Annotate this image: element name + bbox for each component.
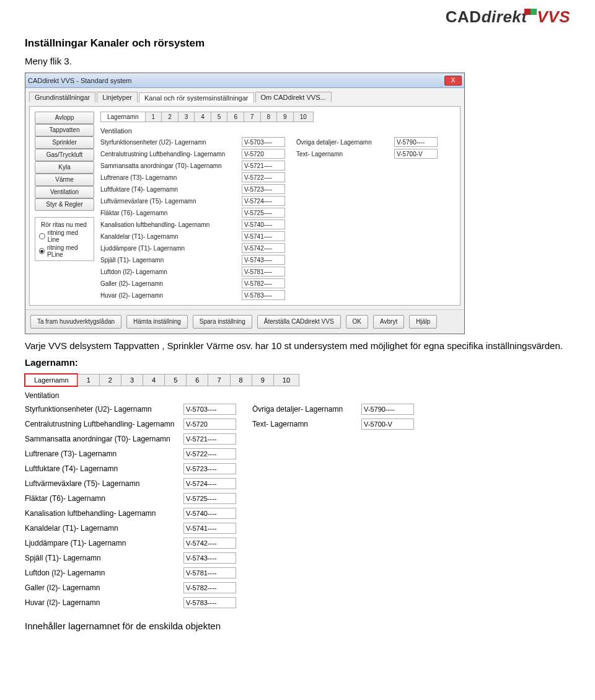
sub-tab[interactable]: 10 <box>273 374 299 386</box>
sub-tab[interactable]: 2 <box>99 374 121 386</box>
radio-option[interactable]: ritning med Line <box>39 229 90 243</box>
dialog-button[interactable]: Hämta inställning <box>126 315 188 329</box>
field-value[interactable]: V-5790---- <box>394 137 438 147</box>
field-value[interactable]: V-5783---- <box>183 597 236 608</box>
sub-tab[interactable]: 1 <box>77 374 99 386</box>
outer-tab[interactable]: Grundinställningar <box>29 92 95 102</box>
field-value[interactable]: V-5723---- <box>183 463 236 474</box>
sub-tab[interactable]: 9 <box>252 374 273 386</box>
outer-tab[interactable]: Linjetyper <box>97 92 138 102</box>
field-label: Kanalisation luftbehandling- Lagernamn <box>100 221 231 228</box>
field-label: Styrfunktionsenheter (U2)- Lagernamn <box>25 405 167 414</box>
field-value[interactable]: V-5741---- <box>183 523 236 534</box>
radio-option[interactable]: ritning med PLine <box>39 244 90 258</box>
field-label: Kanaldelar (T1)- Lagernamn <box>100 233 231 240</box>
side-button[interactable]: Värme <box>35 174 94 186</box>
sub-tab[interactable]: 3 <box>121 374 143 386</box>
close-icon[interactable]: X <box>444 76 462 86</box>
field-value[interactable]: V-5721---- <box>242 161 285 171</box>
dialog-button[interactable]: Spara inställning <box>193 315 252 329</box>
sub-tab[interactable]: 2 <box>161 112 178 122</box>
dialog-button[interactable]: Hjälp <box>409 315 437 329</box>
field-label: Övriga detaljer- Lagernamn <box>296 139 383 146</box>
logo-direkt: direkt <box>482 7 527 26</box>
field-value[interactable]: V-5740---- <box>242 219 285 229</box>
field-value[interactable]: V-5725---- <box>242 208 285 218</box>
side-button[interactable]: Kyla <box>35 161 94 174</box>
sub-tab[interactable]: 10 <box>293 112 314 122</box>
field-value[interactable]: V-5781---- <box>183 567 236 578</box>
field-value[interactable]: V-5724---- <box>183 478 236 489</box>
sub-tab[interactable]: Lagernamn <box>100 112 145 122</box>
outer-tab[interactable]: Kanal och rör systemsinställningar <box>139 92 254 103</box>
sub-tab[interactable]: 8 <box>260 112 277 122</box>
field-label: Fläktar (T6)- Lagernamn <box>100 210 231 216</box>
sub-tab[interactable]: 8 <box>230 374 252 386</box>
field-label: Kanaldelar (T1)- Lagernamn <box>25 524 167 533</box>
field-value[interactable]: V-5721---- <box>183 433 236 445</box>
sub-tab[interactable]: 4 <box>143 374 164 386</box>
field-label: Text- Lagernamn <box>252 420 345 428</box>
field-value[interactable]: V-5703---- <box>242 137 285 147</box>
field-value[interactable]: V-5722---- <box>242 172 285 182</box>
field-value[interactable]: V-5790---- <box>361 404 414 415</box>
bottom-button-row: Ta fram huvudverktygslådanHämta inställn… <box>25 309 464 334</box>
field-value[interactable]: V-5725---- <box>183 493 236 504</box>
sub-tab[interactable]: 5 <box>211 112 227 122</box>
field-value[interactable]: V-5720 <box>242 149 285 159</box>
field-label: Luftrenare (T3)- Lagernamn <box>25 450 167 458</box>
field-value[interactable]: V-5740---- <box>183 508 236 519</box>
field-value[interactable]: V-5783---- <box>242 290 285 300</box>
side-button[interactable]: Tappvatten <box>35 124 94 136</box>
field-value[interactable]: V-5700-V <box>394 149 438 159</box>
sub-tab[interactable]: 4 <box>194 112 211 122</box>
side-button[interactable]: Styr & Regler <box>35 198 94 211</box>
field-value[interactable]: V-5782---- <box>242 278 285 288</box>
field-label: Spjäll (T1)- Lagernamn <box>100 257 231 264</box>
sub-tab[interactable]: 3 <box>178 112 195 122</box>
field-label: Centralutrustning Luftbehandling- Lagern… <box>25 420 167 428</box>
field-label: Luftdon (I2)- Lagernamn <box>100 268 231 275</box>
field-value[interactable]: V-5742---- <box>183 538 236 549</box>
field-value[interactable]: V-5742---- <box>242 243 285 253</box>
field-value[interactable]: V-5781---- <box>242 267 285 277</box>
field-value[interactable]: V-5720 <box>183 419 236 430</box>
field-value[interactable]: V-5722---- <box>183 448 236 459</box>
side-button[interactable]: Sprinkler <box>35 136 94 149</box>
sub-tab[interactable]: 9 <box>276 112 293 122</box>
side-button[interactable]: Ventilation <box>35 186 94 198</box>
logo-vvs: VVS <box>537 7 570 26</box>
field-label: Luftrenare (T3)- Lagernamn <box>100 174 231 181</box>
outer-tab[interactable]: Om CADdirekt VVS... <box>255 92 332 102</box>
field-value[interactable]: V-5723---- <box>242 184 285 194</box>
section-heading: Inställningar Kanaler och rörsystem <box>25 37 570 50</box>
sub-tab[interactable]: 6 <box>186 374 208 386</box>
sub-tab[interactable]: 7 <box>244 112 260 122</box>
outer-tabs: GrundinställningarLinjetyperKanal och rö… <box>29 92 461 102</box>
field-value[interactable]: V-5743---- <box>183 552 236 564</box>
field-value[interactable]: V-5724---- <box>242 196 285 206</box>
field-value[interactable]: V-5703---- <box>183 404 236 415</box>
side-button[interactable]: Gas/Tryckluft <box>35 149 94 161</box>
dialog-button[interactable]: OK <box>346 315 368 329</box>
window-title: CADdirekt VVS - Standard system <box>28 77 444 84</box>
dialog-button[interactable]: Återställa CADdirekt VVS <box>257 315 341 329</box>
field-value[interactable]: V-5782---- <box>183 582 236 593</box>
sub-tab[interactable]: 6 <box>227 112 244 122</box>
sub-tab[interactable]: 7 <box>208 374 229 386</box>
sub-tab[interactable]: 5 <box>164 374 186 386</box>
field-value[interactable]: V-5741---- <box>242 231 285 241</box>
field-value[interactable]: V-5743---- <box>242 255 285 265</box>
detail-panel: Lagernamn12345678910 Ventilation Styrfun… <box>25 374 465 608</box>
field-label: Galler (I2)- Lagernamn <box>25 583 167 592</box>
side-button[interactable]: Avlopp <box>35 112 94 124</box>
settings-dialog: CADdirekt VVS - Standard system X Grundi… <box>25 73 465 334</box>
footer-text: Innehåller lagernamnet för de enskilda o… <box>25 621 570 631</box>
field-label: Sammansatta anordningar (T0)- Lagernamn <box>100 162 231 169</box>
sub-tab[interactable]: 1 <box>145 112 162 122</box>
dialog-button[interactable]: Avbryt <box>373 315 404 329</box>
sub-tab[interactable]: Lagernamn <box>25 374 77 386</box>
field-label: Galler (I2)- Lagernamn <box>100 280 231 287</box>
dialog-button[interactable]: Ta fram huvudverktygslådan <box>30 315 121 329</box>
field-value[interactable]: V-5700-V <box>361 419 414 430</box>
